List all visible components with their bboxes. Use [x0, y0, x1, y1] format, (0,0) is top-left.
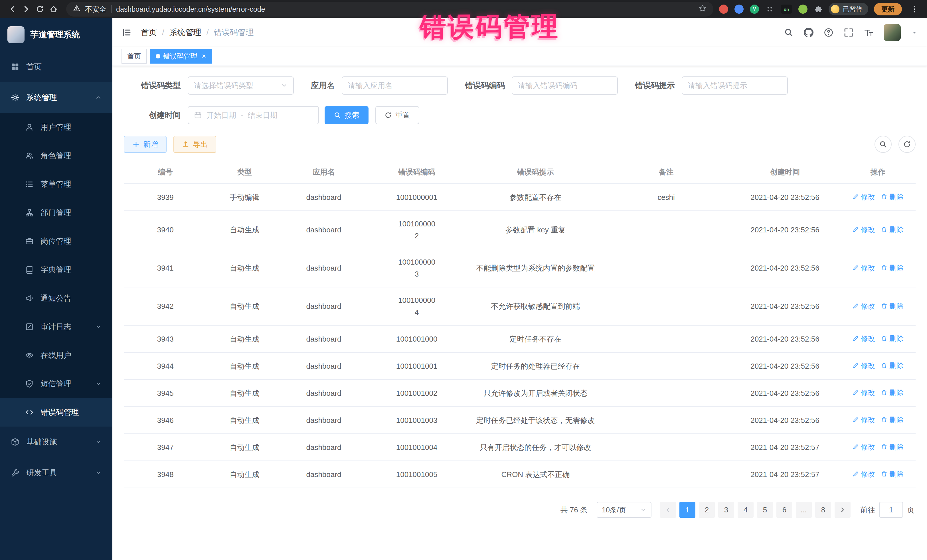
page-size-select[interactable]: 10条/页	[597, 502, 652, 518]
add-button[interactable]: 新增	[124, 136, 167, 153]
close-icon[interactable]	[201, 54, 207, 59]
extensions-puzzle-icon[interactable]	[814, 5, 823, 14]
edit-link[interactable]: 修改	[852, 414, 875, 426]
sidebar-item[interactable]: 错误码管理	[0, 398, 112, 426]
page-button[interactable]: 5	[757, 502, 773, 518]
delete-link[interactable]: 删除	[881, 191, 904, 203]
actions-cell: 修改删除	[840, 293, 916, 320]
bookmark-star-icon[interactable]	[699, 4, 707, 14]
delete-link[interactable]: 删除	[881, 468, 904, 480]
edit-link[interactable]: 修改	[852, 332, 875, 344]
pager-ellipsis[interactable]: ...	[796, 502, 812, 518]
table-cell: 3939	[124, 185, 207, 210]
page-button[interactable]: 2	[699, 502, 715, 518]
search-button[interactable]: 搜索	[325, 106, 369, 124]
sidebar-logo[interactable]: 芋道管理系统	[0, 18, 112, 51]
extension-icon[interactable]	[719, 5, 728, 14]
edit-link[interactable]: 修改	[852, 387, 875, 399]
sidebar-item[interactable]: 菜单管理	[0, 170, 112, 199]
sidebar-item[interactable]: 字典管理	[0, 255, 112, 284]
sidebar-item[interactable]: 在线用户	[0, 341, 112, 370]
prev-page-button[interactable]	[660, 502, 676, 518]
delete-link[interactable]: 删除	[881, 223, 904, 235]
page-button[interactable]: 4	[738, 502, 754, 518]
extension-icon[interactable]	[798, 5, 807, 14]
app-name-input[interactable]	[342, 76, 448, 95]
actions-cell: 修改删除	[840, 326, 916, 352]
browser-update-button[interactable]: 更新	[874, 3, 902, 15]
sidebar-item[interactable]: 基础设施	[0, 426, 112, 457]
delete-link[interactable]: 删除	[881, 414, 904, 426]
error-code-input[interactable]	[512, 76, 618, 95]
extension-icon[interactable]: on	[781, 5, 792, 14]
sidebar-menu: 首页系统管理用户管理角色管理菜单管理部门管理岗位管理字典管理通知公告审计日志在线…	[0, 51, 112, 488]
page-button[interactable]: 8	[815, 502, 831, 518]
table-row: 3948自动生成dashboard1001001005CRON 表达式不正确20…	[124, 461, 916, 488]
chevron-down-icon	[281, 82, 287, 89]
delete-link[interactable]: 删除	[881, 332, 904, 344]
help-icon[interactable]	[824, 28, 833, 37]
table-cell: 自动生成	[207, 380, 282, 406]
edit-link[interactable]: 修改	[852, 262, 875, 274]
font-size-icon[interactable]	[864, 28, 873, 37]
refresh-table-button[interactable]	[898, 136, 916, 153]
next-page-button[interactable]	[834, 502, 851, 518]
avatar-caret-icon[interactable]	[911, 29, 918, 36]
extension-icon[interactable]	[765, 5, 774, 14]
sidebar-item[interactable]: 角色管理	[0, 141, 112, 170]
page-button[interactable]: 1	[679, 502, 695, 518]
edit-link[interactable]: 修改	[852, 441, 875, 453]
sidebar-item[interactable]: 部门管理	[0, 199, 112, 227]
date-range-picker[interactable]: 开始日期 - 结束日期	[188, 106, 319, 124]
delete-link[interactable]: 删除	[881, 360, 904, 372]
delete-link[interactable]: 删除	[881, 441, 904, 453]
extension-icon[interactable]	[734, 5, 744, 14]
error-hint-input[interactable]	[682, 76, 788, 95]
sidebar-item[interactable]: 审计日志	[0, 313, 112, 341]
table-cell: 自动生成	[207, 353, 282, 379]
tab-home[interactable]: 首页	[122, 49, 147, 64]
error-type-select[interactable]: 请选择错误码类型	[188, 76, 294, 95]
header-search-icon[interactable]	[784, 28, 793, 37]
sidebar-item[interactable]: 研发工具	[0, 457, 112, 488]
page-button[interactable]: 6	[777, 502, 792, 518]
edit-link[interactable]: 修改	[852, 300, 875, 312]
edit-link[interactable]: 修改	[852, 223, 875, 235]
fullscreen-icon[interactable]	[844, 28, 853, 37]
reload-icon[interactable]	[33, 2, 47, 16]
github-icon[interactable]	[804, 28, 813, 37]
sidebar-toggle-icon[interactable]	[122, 27, 132, 38]
sidebar-item[interactable]: 首页	[0, 51, 112, 82]
page-button[interactable]: 3	[718, 502, 734, 518]
edit-link[interactable]: 修改	[852, 468, 875, 480]
breadcrumb-home[interactable]: 首页	[141, 27, 164, 38]
trash-icon	[881, 226, 887, 233]
back-icon[interactable]	[6, 2, 20, 16]
goto-page-input[interactable]	[879, 502, 903, 518]
edit-link[interactable]: 修改	[852, 360, 875, 372]
sidebar-item[interactable]: 短信管理	[0, 370, 112, 398]
delete-link[interactable]: 删除	[881, 262, 904, 274]
delete-link[interactable]: 删除	[881, 300, 904, 312]
edit-link[interactable]: 修改	[852, 191, 875, 203]
sidebar-item[interactable]: 通知公告	[0, 284, 112, 313]
kebab-menu-icon[interactable]	[907, 2, 921, 16]
profile-paused-chip[interactable]: 已暂停	[828, 3, 868, 15]
reset-button[interactable]: 重置	[375, 106, 419, 124]
forward-icon[interactable]	[20, 2, 33, 16]
sidebar-item[interactable]: 用户管理	[0, 113, 112, 141]
trash-icon	[881, 302, 887, 310]
breadcrumb-system[interactable]: 系统管理	[169, 27, 209, 38]
delete-link[interactable]: 删除	[881, 387, 904, 399]
home-icon[interactable]	[47, 2, 61, 16]
export-button[interactable]: 导出	[173, 136, 216, 153]
trash-icon	[881, 416, 887, 423]
user-avatar[interactable]	[884, 24, 901, 41]
address-bar[interactable]: 不安全 dashboard.yudao.iocoder.cn/system/er…	[66, 2, 713, 17]
table-cell: dashboard	[282, 185, 365, 210]
toggle-search-button[interactable]	[874, 136, 892, 153]
sidebar-item[interactable]: 岗位管理	[0, 227, 112, 255]
tab-error-code[interactable]: 错误码管理	[150, 49, 212, 64]
sidebar-item[interactable]: 系统管理	[0, 82, 112, 113]
extension-icon[interactable]: V	[750, 5, 759, 14]
